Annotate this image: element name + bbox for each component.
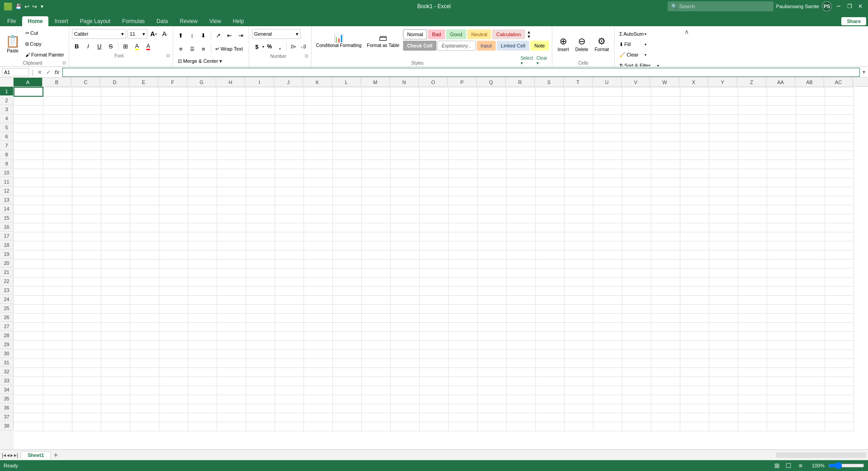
cell-C19[interactable] [72, 250, 101, 259]
cell-U30[interactable] [593, 349, 622, 358]
cell-Z3[interactable] [738, 105, 767, 114]
cell-G18[interactable] [188, 241, 217, 250]
cell-Q24[interactable] [477, 295, 506, 304]
cell-J35[interactable] [275, 395, 304, 404]
cell-N35[interactable] [390, 395, 419, 404]
cell-K8[interactable] [304, 151, 332, 160]
undo-icon[interactable]: ↩ [24, 3, 29, 10]
cell-I19[interactable] [246, 250, 275, 259]
paste-button[interactable]: 📋 Paste [3, 31, 23, 57]
cell-V33[interactable] [622, 377, 651, 386]
cell-I32[interactable] [246, 367, 275, 377]
cell-H22[interactable] [217, 277, 246, 286]
cell-A16[interactable] [14, 223, 43, 232]
cell-T25[interactable] [564, 304, 593, 313]
cell-J17[interactable] [275, 232, 304, 241]
cell-W18[interactable] [651, 241, 680, 250]
cell-G31[interactable] [188, 358, 217, 367]
cell-W12[interactable] [651, 187, 680, 196]
cell-K13[interactable] [304, 196, 332, 205]
cell-X14[interactable] [680, 205, 709, 214]
col-header-AB[interactable]: AB [795, 78, 824, 86]
cell-Z4[interactable] [738, 114, 767, 123]
cell-I38[interactable] [246, 422, 275, 431]
cell-M21[interactable] [361, 268, 390, 277]
cell-V27[interactable] [622, 322, 651, 331]
cell-X38[interactable] [680, 422, 709, 431]
cell-AB1[interactable] [796, 87, 825, 96]
cell-B37[interactable] [43, 413, 72, 422]
cell-Y19[interactable] [709, 250, 738, 259]
cell-AC17[interactable] [825, 232, 854, 241]
cell-Y27[interactable] [709, 322, 738, 331]
cell-V35[interactable] [622, 395, 651, 404]
cell-N23[interactable] [390, 286, 419, 295]
cell-AC37[interactable] [825, 413, 854, 422]
cell-V31[interactable] [622, 358, 651, 367]
cell-Q3[interactable] [477, 105, 506, 114]
cell-B19[interactable] [43, 250, 72, 259]
cell-F33[interactable] [159, 377, 188, 386]
cell-AA35[interactable] [767, 395, 796, 404]
col-header-Y[interactable]: Y [708, 78, 737, 86]
cell-Z23[interactable] [738, 286, 767, 295]
cell-B34[interactable] [43, 386, 72, 395]
cell-F32[interactable] [159, 367, 188, 377]
cell-Q25[interactable] [477, 304, 506, 313]
fill-button[interactable]: ⬇ Fill ▾ [617, 39, 648, 49]
cell-W33[interactable] [651, 377, 680, 386]
cell-Y26[interactable] [709, 313, 738, 322]
cell-X36[interactable] [680, 404, 709, 413]
merge-center-button[interactable]: ⊡ Merge & Center ▾ [176, 56, 224, 66]
cell-V23[interactable] [622, 286, 651, 295]
cell-J26[interactable] [275, 313, 304, 322]
cell-L24[interactable] [332, 295, 361, 304]
cell-R11[interactable] [506, 178, 535, 187]
cell-X12[interactable] [680, 187, 709, 196]
search-box[interactable]: 🔍 [668, 1, 773, 11]
cell-J18[interactable] [275, 241, 304, 250]
cell-M7[interactable] [361, 141, 390, 151]
cell-M4[interactable] [361, 114, 390, 123]
cell-Z12[interactable] [738, 187, 767, 196]
cell-S21[interactable] [535, 268, 564, 277]
font-color-button[interactable]: A [143, 41, 153, 51]
cell-J25[interactable] [275, 304, 304, 313]
cell-H23[interactable] [217, 286, 246, 295]
cell-T4[interactable] [564, 114, 593, 123]
cell-V7[interactable] [622, 141, 651, 151]
cell-O21[interactable] [419, 268, 448, 277]
cell-T20[interactable] [564, 259, 593, 268]
col-header-N[interactable]: N [390, 78, 419, 86]
cell-W6[interactable] [651, 132, 680, 141]
cell-A4[interactable] [14, 114, 43, 123]
cell-N11[interactable] [390, 178, 419, 187]
cell-E32[interactable] [130, 367, 159, 377]
cell-A10[interactable] [14, 169, 43, 178]
cell-S33[interactable] [535, 377, 564, 386]
cell-F12[interactable] [159, 187, 188, 196]
row-number-4[interactable]: 4 [0, 114, 14, 123]
cell-G20[interactable] [188, 259, 217, 268]
col-header-K[interactable]: K [303, 78, 332, 86]
cell-A13[interactable] [14, 196, 43, 205]
cell-P37[interactable] [448, 413, 477, 422]
cell-L19[interactable] [332, 250, 361, 259]
cell-Q10[interactable] [477, 169, 506, 178]
cell-C21[interactable] [72, 268, 101, 277]
col-header-AC[interactable]: AC [824, 78, 853, 86]
cell-I25[interactable] [246, 304, 275, 313]
style-good[interactable]: Good [446, 29, 466, 39]
cell-N36[interactable] [390, 404, 419, 413]
cell-I2[interactable] [246, 96, 275, 105]
cell-X6[interactable] [680, 132, 709, 141]
cell-AC29[interactable] [825, 340, 854, 349]
tab-insert[interactable]: Insert [49, 16, 74, 26]
cell-L21[interactable] [332, 268, 361, 277]
cell-V30[interactable] [622, 349, 651, 358]
cell-L31[interactable] [332, 358, 361, 367]
cell-C26[interactable] [72, 313, 101, 322]
cell-A38[interactable] [14, 422, 43, 431]
cell-T7[interactable] [564, 141, 593, 151]
cell-Y17[interactable] [709, 232, 738, 241]
